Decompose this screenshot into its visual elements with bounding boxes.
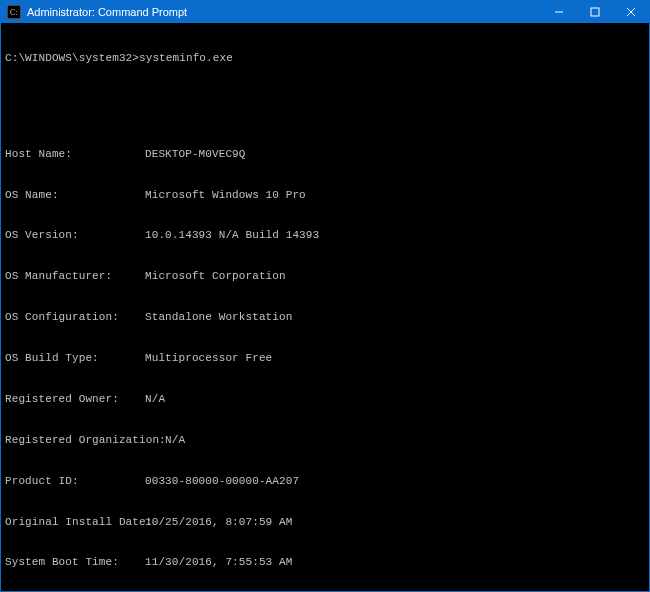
minimize-button[interactable]: [541, 1, 577, 23]
value: Microsoft Corporation: [145, 270, 645, 284]
close-button[interactable]: [613, 1, 649, 23]
value: Microsoft Windows 10 Pro: [145, 189, 645, 203]
value: DESKTOP-M0VEC9Q: [145, 148, 645, 162]
label: OS Configuration:: [5, 311, 145, 325]
cmd-icon: C:: [7, 5, 21, 19]
value: 10.0.14393 N/A Build 14393: [145, 229, 645, 243]
prompt-before: C:\WINDOWS\system32>systeminfo.exe: [5, 52, 645, 66]
maximize-button[interactable]: [577, 1, 613, 23]
close-icon: [626, 7, 636, 17]
window-controls: [541, 1, 649, 23]
row-registered-owner: Registered Owner:N/A: [5, 393, 645, 407]
terminal[interactable]: C:\WINDOWS\system32>systeminfo.exe Host …: [1, 23, 649, 591]
label: OS Version:: [5, 229, 145, 243]
row-system-boot-time: System Boot Time:11/30/2016, 7:55:53 AM: [5, 556, 645, 570]
maximize-icon: [590, 7, 600, 17]
row-os-version: OS Version:10.0.14393 N/A Build 14393: [5, 229, 645, 243]
value: 11/30/2016, 7:55:53 AM: [145, 556, 645, 570]
row-os-build-type: OS Build Type:Multiprocessor Free: [5, 352, 645, 366]
value: N/A: [145, 393, 645, 407]
value: Multiprocessor Free: [145, 352, 645, 366]
svg-text:C:: C:: [10, 8, 18, 17]
value: N/A: [165, 434, 645, 448]
label: System Boot Time:: [5, 556, 145, 570]
titlebar[interactable]: C: Administrator: Command Prompt: [1, 1, 649, 23]
label: Registered Organization:: [5, 434, 165, 448]
svg-rect-3: [591, 8, 599, 16]
label: Host Name:: [5, 148, 145, 162]
value: Standalone Workstation: [145, 311, 645, 325]
label: Original Install Date:: [5, 516, 145, 530]
label: OS Name:: [5, 189, 145, 203]
value: 10/25/2016, 8:07:59 AM: [145, 516, 645, 530]
value: 00330-80000-00000-AA207: [145, 475, 645, 489]
row-registered-org: Registered Organization:N/A: [5, 434, 645, 448]
label: OS Build Type:: [5, 352, 145, 366]
row-product-id: Product ID:00330-80000-00000-AA207: [5, 475, 645, 489]
row-original-install: Original Install Date:10/25/2016, 8:07:5…: [5, 516, 645, 530]
minimize-icon: [554, 7, 564, 17]
cmd-window: C: Administrator: Command Prompt C:\WIND…: [0, 0, 650, 592]
label: OS Manufacturer:: [5, 270, 145, 284]
row-os-name: OS Name:Microsoft Windows 10 Pro: [5, 189, 645, 203]
row-os-manufacturer: OS Manufacturer:Microsoft Corporation: [5, 270, 645, 284]
label: Registered Owner:: [5, 393, 145, 407]
row-host-name: Host Name:DESKTOP-M0VEC9Q: [5, 148, 645, 162]
row-os-configuration: OS Configuration:Standalone Workstation: [5, 311, 645, 325]
blank-line: [5, 93, 645, 107]
window-title: Administrator: Command Prompt: [27, 6, 541, 18]
label: Product ID:: [5, 475, 145, 489]
